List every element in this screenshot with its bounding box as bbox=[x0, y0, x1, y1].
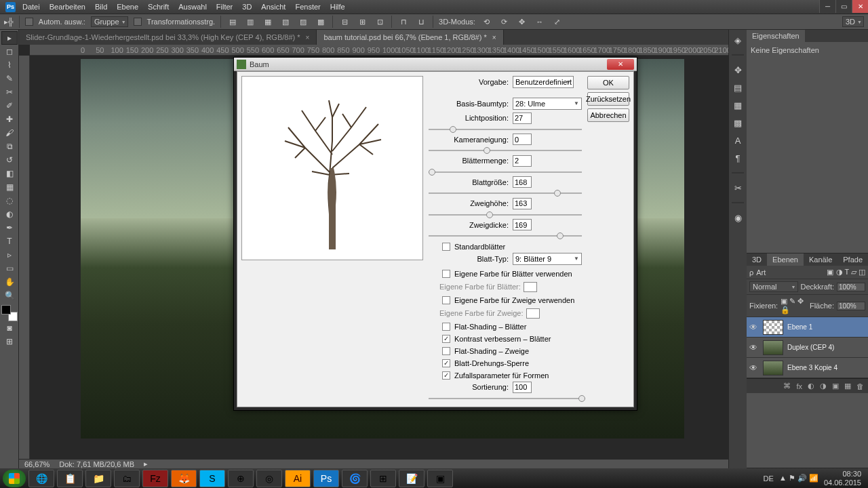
camera-input[interactable] bbox=[513, 134, 532, 145]
transform-controls-checkbox[interactable] bbox=[134, 18, 142, 26]
link-layers-icon[interactable]: ⌘ bbox=[783, 382, 791, 390]
menu-select[interactable]: Auswahl bbox=[178, 3, 207, 11]
taskbar-app-icon[interactable]: 🌐 bbox=[28, 470, 54, 487]
path-select-tool[interactable]: ▹ bbox=[1, 248, 18, 262]
paragraph-panel-icon[interactable]: ▤ bbox=[730, 80, 745, 95]
brancht-input[interactable] bbox=[513, 219, 532, 230]
menu-image[interactable]: Bild bbox=[95, 3, 107, 11]
sort-slider[interactable] bbox=[429, 394, 582, 399]
align-icon[interactable]: ▧ bbox=[279, 16, 292, 28]
taskbar-app-icon[interactable]: 🗂 bbox=[114, 470, 140, 487]
own-leaf-color-checkbox[interactable] bbox=[442, 270, 450, 278]
flat-branches-checkbox[interactable] bbox=[442, 347, 450, 355]
align-icon[interactable]: ▥ bbox=[244, 16, 256, 28]
taskbar-illustrator-icon[interactable]: Ai bbox=[285, 470, 311, 487]
cancel-button[interactable]: Abbrechen bbox=[587, 108, 629, 122]
screen-mode-tool[interactable]: ⊞ bbox=[1, 335, 18, 348]
healing-tool[interactable]: ✚ bbox=[1, 113, 18, 126]
menu-layer[interactable]: Ebene bbox=[117, 3, 138, 11]
3d-tab[interactable]: 3D bbox=[747, 253, 767, 266]
properties-tab[interactable]: Eigenschaften bbox=[747, 30, 805, 42]
leafamt-input[interactable] bbox=[513, 155, 532, 167]
workspace-switcher[interactable]: 3D bbox=[842, 16, 864, 27]
tab-close-icon[interactable]: × bbox=[492, 34, 496, 41]
align-icon[interactable]: ▩ bbox=[315, 16, 327, 28]
tray-icon[interactable]: ▲ ⚑ 🔊 📶 bbox=[779, 474, 818, 483]
character-panel-icon[interactable]: ✥ bbox=[730, 62, 745, 77]
paragraph-styles-icon[interactable]: ¶ bbox=[730, 150, 745, 165]
leaftype-dropdown[interactable]: 9: Blätter 9 bbox=[513, 253, 582, 265]
layer-name[interactable]: Ebene 3 Kopie 4 bbox=[787, 364, 837, 371]
shape-tool[interactable]: ▭ bbox=[1, 262, 18, 275]
swatches-panel-icon[interactable]: ▩ bbox=[730, 115, 745, 130]
document-tab[interactable]: Slider-Grundlage-1-Wiederhergestellt.psd… bbox=[19, 30, 317, 45]
type-tool[interactable]: T bbox=[1, 235, 18, 248]
reset-button[interactable]: Zurücksetzen bbox=[587, 92, 629, 106]
visibility-icon[interactable]: 👁 bbox=[749, 343, 759, 352]
blur-tool[interactable]: ◌ bbox=[1, 194, 18, 207]
history-brush-tool[interactable]: ↺ bbox=[1, 153, 18, 167]
menu-view[interactable]: Ansicht bbox=[261, 3, 285, 11]
distribute-icon[interactable]: ⊓ bbox=[397, 16, 410, 28]
leafsize-slider[interactable] bbox=[429, 189, 582, 193]
group-icon[interactable]: ▣ bbox=[832, 382, 839, 390]
stamp-tool[interactable]: ⧉ bbox=[1, 140, 18, 153]
rotation-lock-checkbox[interactable]: ✓ bbox=[442, 359, 450, 367]
taskbar-photoshop-icon[interactable]: Ps bbox=[313, 470, 339, 487]
align-icon[interactable]: ▦ bbox=[262, 16, 274, 28]
menu-type[interactable]: Schrift bbox=[148, 3, 169, 11]
leafamt-slider[interactable] bbox=[429, 168, 582, 172]
dialog-close-button[interactable]: ✕ bbox=[607, 59, 634, 70]
layer-row[interactable]: 👁 Ebene 3 Kopie 4 bbox=[747, 358, 868, 378]
taskbar-app-icon[interactable]: ◎ bbox=[256, 470, 282, 487]
taskbar-app-icon[interactable]: 📝 bbox=[399, 470, 425, 487]
ok-button[interactable]: OK bbox=[587, 76, 629, 89]
leaf-color-swatch[interactable] bbox=[524, 282, 537, 292]
preset-dropdown[interactable]: Benutzerdefiniert bbox=[513, 76, 574, 88]
eyedropper-tool[interactable]: ✐ bbox=[1, 99, 18, 113]
branchh-input[interactable] bbox=[513, 198, 532, 209]
taskbar-app-icon[interactable]: 📋 bbox=[57, 470, 83, 487]
3d-zoom-icon[interactable]: ⤢ bbox=[551, 16, 564, 28]
leafsize-input[interactable] bbox=[513, 176, 532, 188]
taskbar-app-icon[interactable]: ▣ bbox=[427, 470, 453, 487]
foreground-color-swatch[interactable] bbox=[1, 305, 11, 314]
menu-file[interactable]: Datei bbox=[22, 3, 40, 11]
maximize-button[interactable]: ▭ bbox=[835, 0, 852, 13]
menu-edit[interactable]: Bearbeiten bbox=[50, 3, 85, 11]
default-leaves-checkbox[interactable] bbox=[442, 243, 450, 251]
branchh-slider[interactable] bbox=[429, 211, 582, 215]
dodge-tool[interactable]: ◐ bbox=[1, 207, 18, 221]
styles-panel-icon[interactable]: ◉ bbox=[730, 210, 745, 225]
brush-tool[interactable]: 🖌 bbox=[1, 126, 18, 140]
pen-tool[interactable]: ✒ bbox=[1, 221, 18, 235]
3d-pan-icon[interactable]: ✥ bbox=[516, 16, 528, 28]
minimize-button[interactable]: ─ bbox=[819, 0, 835, 13]
tab-close-icon[interactable]: × bbox=[306, 34, 310, 41]
visibility-icon[interactable]: 👁 bbox=[749, 323, 759, 332]
marquee-tool[interactable]: ◻ bbox=[1, 45, 18, 58]
history-panel-icon[interactable]: ◈ bbox=[730, 33, 745, 47]
adjustments-panel-icon[interactable]: ✂ bbox=[730, 180, 745, 195]
distribute-icon[interactable]: ⊞ bbox=[356, 16, 368, 28]
own-branch-color-checkbox[interactable] bbox=[442, 296, 450, 304]
random-checkbox[interactable]: ✓ bbox=[442, 371, 450, 380]
clock[interactable]: 08:3004.06.2015 bbox=[824, 470, 865, 486]
start-button[interactable] bbox=[3, 470, 26, 487]
layer-style-icon[interactable]: fx bbox=[796, 382, 802, 390]
sort-input[interactable] bbox=[513, 382, 532, 393]
brush-panel-icon[interactable]: ▦ bbox=[730, 98, 745, 113]
taskbar-skype-icon[interactable]: S bbox=[199, 470, 225, 487]
taskbar-app-icon[interactable]: 🌀 bbox=[342, 470, 368, 487]
3d-roll-icon[interactable]: ⟳ bbox=[498, 16, 511, 28]
blend-mode-dropdown[interactable]: Normal bbox=[749, 281, 798, 292]
gradient-tool[interactable]: ▦ bbox=[1, 180, 18, 194]
taskbar-app-icon[interactable]: ⊞ bbox=[370, 470, 396, 487]
taskbar-app-icon[interactable]: 📁 bbox=[85, 470, 111, 487]
hand-tool[interactable]: ✋ bbox=[1, 275, 18, 289]
basetype-dropdown[interactable]: 28: Ulme bbox=[513, 98, 582, 110]
3d-orbit-icon[interactable]: ⟲ bbox=[481, 16, 493, 28]
crop-tool[interactable]: ✂ bbox=[1, 85, 18, 99]
camera-slider[interactable] bbox=[429, 146, 582, 150]
layers-tab[interactable]: Ebenen bbox=[767, 253, 804, 266]
